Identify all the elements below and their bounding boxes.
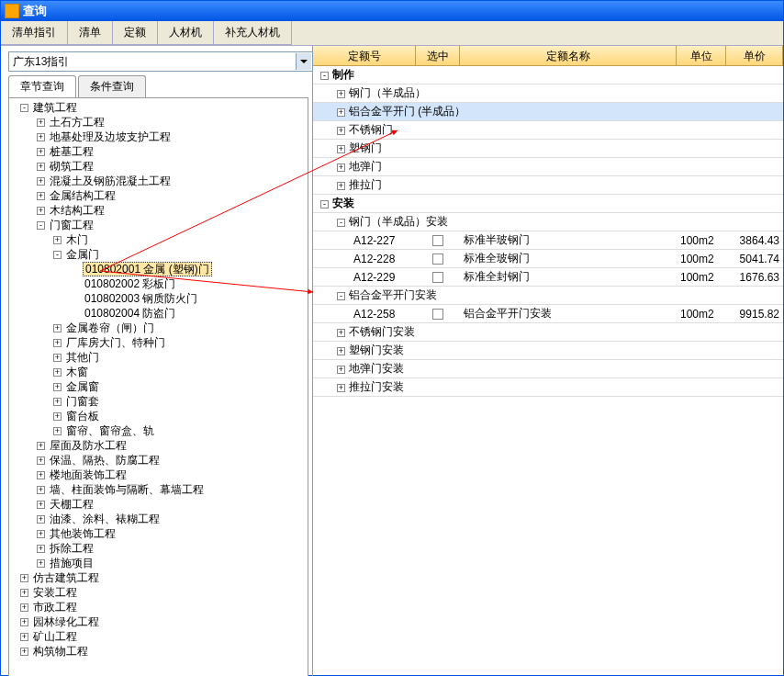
tree-label[interactable]: 地基处理及边坡支护工程 bbox=[48, 130, 173, 143]
tree-label[interactable]: 窗台板 bbox=[64, 410, 101, 422]
tree-node[interactable]: +金属卷帘（闸）门 bbox=[11, 321, 306, 335]
grid-group-row[interactable]: +铝合金平开门 (半成品） bbox=[313, 103, 783, 121]
grid-item-row[interactable]: A12-227标准半玻钢门100m23864.43 bbox=[313, 231, 783, 250]
collapse-icon[interactable]: - bbox=[20, 104, 28, 112]
collapse-icon[interactable]: - bbox=[337, 292, 345, 300]
tree-node[interactable]: +地基处理及边坡支护工程 bbox=[11, 130, 306, 144]
tree-label[interactable]: 金属卷帘（闸）门 bbox=[64, 321, 156, 334]
tree-node[interactable]: +窗台板 bbox=[11, 409, 306, 423]
tree-label[interactable]: 其他门 bbox=[64, 351, 101, 364]
expand-icon[interactable]: + bbox=[337, 366, 345, 374]
checkbox-icon[interactable] bbox=[432, 235, 443, 246]
expand-icon[interactable]: + bbox=[37, 486, 45, 494]
tree-node[interactable]: +拆除工程 bbox=[11, 541, 306, 556]
expand-icon[interactable]: + bbox=[337, 127, 345, 135]
tree-node[interactable]: +木结构工程 bbox=[11, 203, 306, 218]
tree-label[interactable]: 其他装饰工程 bbox=[48, 527, 118, 540]
expand-icon[interactable]: + bbox=[337, 329, 345, 337]
tree-label[interactable]: 金属结构工程 bbox=[48, 189, 118, 202]
collapse-icon[interactable]: - bbox=[53, 251, 62, 259]
tree-label[interactable]: 金属窗 bbox=[64, 380, 101, 393]
toolbar-button[interactable]: 人材机 bbox=[158, 21, 214, 45]
tree-label[interactable]: 构筑物工程 bbox=[31, 645, 90, 658]
tree-label[interactable]: 010802003 钢质防火门 bbox=[83, 292, 199, 305]
tree-label[interactable]: 天棚工程 bbox=[48, 498, 95, 511]
expand-icon[interactable]: + bbox=[37, 456, 45, 465]
expand-icon[interactable]: + bbox=[53, 339, 62, 347]
toolbar-button[interactable]: 清单指引 bbox=[1, 21, 68, 45]
expand-icon[interactable]: + bbox=[53, 383, 62, 391]
expand-icon[interactable]: + bbox=[53, 398, 62, 406]
expand-icon[interactable]: + bbox=[20, 648, 28, 656]
tree-label[interactable]: 土石方工程 bbox=[48, 116, 106, 129]
tree-label[interactable]: 安装工程 bbox=[31, 586, 79, 599]
expand-icon[interactable]: + bbox=[337, 145, 345, 153]
tree-label[interactable]: 混凝土及钢筋混凝土工程 bbox=[48, 175, 173, 187]
header-price[interactable]: 单价 bbox=[726, 46, 783, 65]
tree-node[interactable]: +措施项目 bbox=[11, 556, 306, 570]
item-checkbox-cell[interactable] bbox=[416, 233, 460, 248]
tree-node[interactable]: 010802001 金属 (塑钢)门 bbox=[11, 262, 306, 276]
expand-icon[interactable]: + bbox=[53, 236, 62, 244]
expand-icon[interactable]: + bbox=[337, 384, 345, 392]
checkbox-icon[interactable] bbox=[432, 254, 443, 265]
grid-group-row[interactable]: +推拉门 bbox=[313, 176, 783, 195]
tree-label[interactable]: 拆除工程 bbox=[48, 542, 95, 555]
toolbar-button[interactable]: 补充人材机 bbox=[214, 21, 292, 45]
tree-node[interactable]: +桩基工程 bbox=[11, 144, 306, 159]
tree-node[interactable]: +墙、柱面装饰与隔断、幕墙工程 bbox=[11, 482, 306, 497]
tree-node[interactable]: +保温、隔热、防腐工程 bbox=[11, 453, 306, 468]
grid-group-row[interactable]: -安装 bbox=[313, 195, 783, 213]
expand-icon[interactable]: + bbox=[20, 589, 28, 597]
tree-node[interactable]: +门窗套 bbox=[11, 394, 306, 409]
expand-icon[interactable]: + bbox=[20, 618, 28, 626]
grid-group-row[interactable]: +不锈钢门 bbox=[313, 121, 783, 140]
grid-group-row[interactable]: +不锈钢门安装 bbox=[313, 323, 783, 342]
tree-label[interactable]: 保温、隔热、防腐工程 bbox=[48, 454, 162, 467]
grid-group-row[interactable]: +地弹门 bbox=[313, 158, 783, 176]
tree-label[interactable]: 门窗套 bbox=[64, 395, 101, 408]
tree-label[interactable]: 窗帘、窗帘盒、轨 bbox=[64, 424, 156, 437]
grid-item-row[interactable]: A12-258铝合金平开门安装100m29915.82 bbox=[313, 305, 783, 323]
expand-icon[interactable]: + bbox=[20, 603, 28, 612]
expand-icon[interactable]: + bbox=[337, 182, 345, 190]
tree-label[interactable]: 楼地面装饰工程 bbox=[48, 468, 129, 481]
checkbox-icon[interactable] bbox=[432, 309, 443, 320]
left-tab[interactable]: 章节查询 bbox=[8, 75, 76, 97]
collapse-icon[interactable]: - bbox=[37, 221, 45, 230]
header-code[interactable]: 定额号 bbox=[313, 46, 416, 65]
expand-icon[interactable]: + bbox=[53, 354, 62, 362]
expand-icon[interactable]: + bbox=[37, 442, 45, 450]
grid-group-row[interactable]: +塑钢门 bbox=[313, 140, 783, 158]
tree-label[interactable]: 木窗 bbox=[64, 366, 90, 378]
expand-icon[interactable]: + bbox=[337, 90, 345, 98]
tree-label[interactable]: 木门 bbox=[64, 233, 90, 246]
item-checkbox-cell[interactable] bbox=[416, 252, 460, 266]
tree-node[interactable]: +土石方工程 bbox=[11, 115, 306, 130]
tree-node[interactable]: +木窗 bbox=[11, 365, 306, 379]
grid-group-row[interactable]: -铝合金平开门安装 bbox=[313, 287, 783, 305]
expand-icon[interactable]: + bbox=[20, 633, 28, 641]
expand-icon[interactable]: + bbox=[337, 347, 345, 355]
expand-icon[interactable]: + bbox=[53, 368, 62, 377]
tree-node[interactable]: +天棚工程 bbox=[11, 497, 306, 512]
tree-node[interactable]: +矿山工程 bbox=[11, 629, 306, 644]
tree-label[interactable]: 屋面及防水工程 bbox=[48, 439, 129, 452]
tree-node[interactable]: +金属结构工程 bbox=[11, 188, 306, 203]
expand-icon[interactable]: + bbox=[37, 207, 45, 215]
grid-group-row[interactable]: +钢门（半成品） bbox=[313, 84, 783, 103]
expand-icon[interactable]: + bbox=[337, 163, 345, 172]
expand-icon[interactable]: + bbox=[53, 427, 62, 435]
tree-node[interactable]: -门窗工程 bbox=[11, 218, 306, 232]
expand-icon[interactable]: + bbox=[53, 324, 62, 332]
expand-icon[interactable]: + bbox=[37, 545, 45, 553]
grid-item-row[interactable]: A12-229标准全封钢门100m21676.63 bbox=[313, 268, 783, 287]
grid-group-row[interactable]: -钢门（半成品）安装 bbox=[313, 213, 783, 231]
tree-node[interactable]: +市政工程 bbox=[11, 600, 306, 614]
expand-icon[interactable]: + bbox=[37, 118, 45, 127]
expand-icon[interactable]: + bbox=[37, 559, 45, 568]
expand-icon[interactable]: + bbox=[37, 471, 45, 479]
expand-icon[interactable]: + bbox=[53, 412, 62, 421]
tree-node[interactable]: -建筑工程 bbox=[11, 100, 306, 115]
expand-icon[interactable]: + bbox=[37, 530, 45, 538]
